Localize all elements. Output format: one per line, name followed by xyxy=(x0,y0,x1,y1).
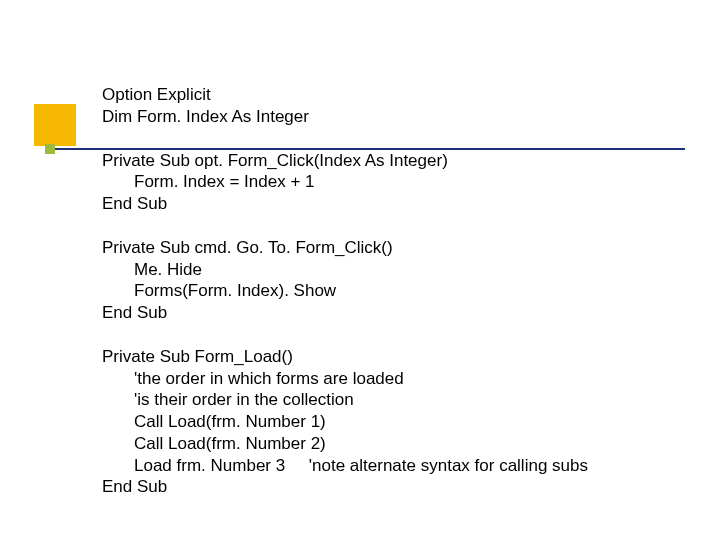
code-line: End Sub xyxy=(102,193,702,215)
bullet-square xyxy=(45,144,55,154)
code-line: Forms(Form. Index). Show xyxy=(102,280,702,302)
code-line: Me. Hide xyxy=(102,259,702,281)
code-line: 'is their order in the collection xyxy=(102,389,702,411)
code-block: Option Explicit Dim Form. Index As Integ… xyxy=(102,84,702,498)
code-line: Call Load(frm. Number 1) xyxy=(102,411,702,433)
code-line: Private Sub cmd. Go. To. Form_Click() xyxy=(102,237,702,259)
accent-square xyxy=(34,104,76,146)
code-line: 'the order in which forms are loaded xyxy=(102,368,702,390)
code-line: Form. Index = Index + 1 xyxy=(102,171,702,193)
code-line: End Sub xyxy=(102,476,702,498)
code-line: Private Sub opt. Form_Click(Index As Int… xyxy=(102,150,702,172)
code-line: Load frm. Number 3 'note alternate synta… xyxy=(102,455,702,477)
blank-line xyxy=(102,128,702,150)
code-line: End Sub xyxy=(102,302,702,324)
code-line: Private Sub Form_Load() xyxy=(102,346,702,368)
code-line: Dim Form. Index As Integer xyxy=(102,106,702,128)
code-line: Option Explicit xyxy=(102,84,702,106)
blank-line xyxy=(102,215,702,237)
code-line: Call Load(frm. Number 2) xyxy=(102,433,702,455)
blank-line xyxy=(102,324,702,346)
